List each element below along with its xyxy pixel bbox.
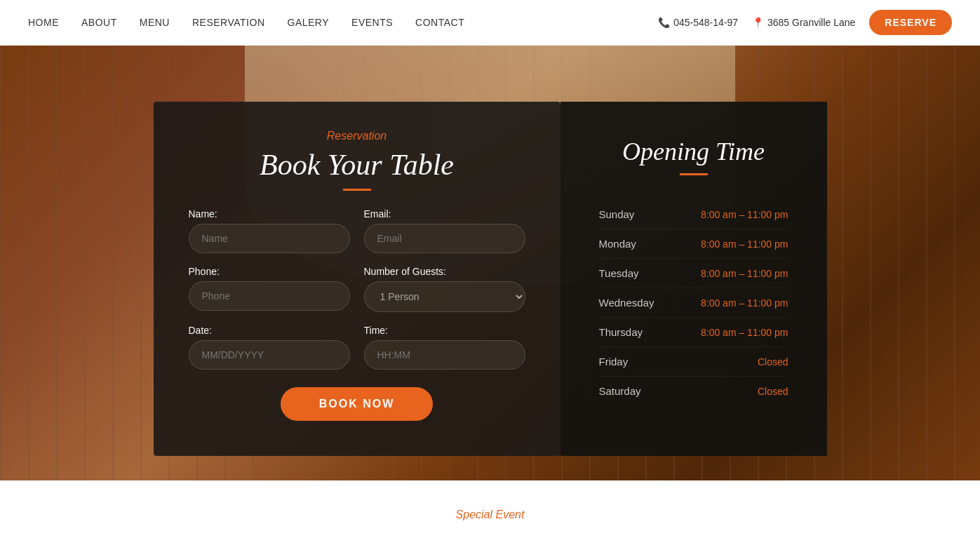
form-title-divider	[343, 189, 371, 191]
form-group-phone: Phone:	[189, 266, 350, 312]
hours-monday: 8:00 am – 11:00 pm	[701, 238, 788, 250]
opening-divider	[680, 173, 708, 175]
phone-number: 045-548-14-97	[673, 17, 738, 28]
form-row-name-email: Name: Email:	[189, 208, 525, 253]
nav-menu[interactable]: MENU	[140, 17, 170, 28]
day-sunday: Sunday	[599, 208, 635, 220]
email-input[interactable]	[364, 224, 525, 253]
date-input[interactable]	[189, 340, 350, 370]
form-subtitle: Reservation	[189, 130, 525, 142]
hero-section: Reservation Book Your Table Name: Email:…	[0, 46, 980, 480]
opening-row-friday: Friday Closed	[599, 347, 788, 377]
nav-galery[interactable]: GALERY	[288, 17, 330, 28]
name-input[interactable]	[189, 224, 350, 253]
day-friday: Friday	[599, 356, 629, 368]
name-label: Name:	[189, 208, 350, 220]
time-label: Time:	[364, 325, 525, 336]
day-thursday: Thursday	[599, 326, 643, 338]
opening-row-wednesday: Wednesday 8:00 am – 11:00 pm	[599, 288, 788, 318]
opening-title: Opening Time	[599, 137, 788, 166]
phone-input[interactable]	[189, 281, 350, 311]
opening-row-saturday: Saturday Closed	[599, 377, 788, 405]
nav-contact[interactable]: CONTACT	[415, 17, 464, 28]
guests-label: Number of Guests:	[364, 266, 525, 277]
address-text: 3685 Granville Lane	[767, 17, 855, 28]
guests-select[interactable]: 1 Person 2 Persons 3 Persons 4 Persons 5…	[364, 281, 525, 312]
special-event-label: Special Event	[456, 509, 525, 520]
date-label: Date:	[189, 325, 350, 336]
form-group-date: Date:	[189, 325, 350, 370]
form-row-phone-guests: Phone: Number of Guests: 1 Person 2 Pers…	[189, 266, 525, 312]
nav-reservation[interactable]: RESERVATION	[192, 17, 265, 28]
opening-row-monday: Monday 8:00 am – 11:00 pm	[599, 229, 788, 259]
form-row-date-time: Date: Time:	[189, 325, 525, 370]
day-monday: Monday	[599, 238, 636, 250]
book-now-button[interactable]: BOOK NOW	[281, 387, 434, 421]
nav-right: 📞 045-548-14-97 📍 3685 Granville Lane RE…	[658, 10, 952, 35]
hours-thursday: 8:00 am – 11:00 pm	[701, 327, 788, 338]
hours-sunday: 8:00 am – 11:00 pm	[701, 209, 788, 220]
day-saturday: Saturday	[599, 385, 641, 397]
nav-phone: 📞 045-548-14-97	[658, 17, 738, 28]
nav-about[interactable]: ABOUT	[81, 17, 117, 28]
phone-label: Phone:	[189, 266, 350, 277]
hours-friday: Closed	[758, 356, 788, 368]
form-title: Book Your Table	[189, 148, 525, 182]
form-group-guests: Number of Guests: 1 Person 2 Persons 3 P…	[364, 266, 525, 312]
hours-saturday: Closed	[758, 386, 788, 397]
day-tuesday: Tuesday	[599, 267, 639, 279]
navbar: HOME ABOUT MENU RESERVATION GALERY EVENT…	[0, 0, 980, 46]
nav-links: HOME ABOUT MENU RESERVATION GALERY EVENT…	[28, 16, 464, 29]
opening-row-tuesday: Tuesday 8:00 am – 11:00 pm	[599, 259, 788, 288]
nav-address: 📍 3685 Granville Lane	[752, 17, 855, 28]
form-group-email: Email:	[364, 208, 525, 253]
opening-row-sunday: Sunday 8:00 am – 11:00 pm	[599, 200, 788, 229]
hours-wednesday: 8:00 am – 11:00 pm	[701, 297, 788, 309]
reserve-button[interactable]: RESERVE	[869, 10, 952, 35]
form-group-name: Name:	[189, 208, 350, 253]
email-label: Email:	[364, 208, 525, 220]
hours-tuesday: 8:00 am – 11:00 pm	[701, 268, 788, 279]
nav-home[interactable]: HOME	[28, 17, 59, 28]
phone-icon: 📞	[658, 17, 670, 28]
nav-events[interactable]: EVENTS	[351, 17, 393, 28]
below-hero: Special Event	[0, 480, 980, 521]
reservation-form-card: Reservation Book Your Table Name: Email:…	[154, 102, 561, 456]
location-icon: 📍	[752, 17, 764, 28]
time-input[interactable]	[364, 340, 525, 370]
opening-time-card: Opening Time Sunday 8:00 am – 11:00 pm M…	[561, 102, 827, 456]
content-area: Reservation Book Your Table Name: Email:…	[154, 102, 827, 456]
opening-row-thursday: Thursday 8:00 am – 11:00 pm	[599, 318, 788, 347]
day-wednesday: Wednesday	[599, 297, 655, 309]
form-group-time: Time:	[364, 325, 525, 370]
